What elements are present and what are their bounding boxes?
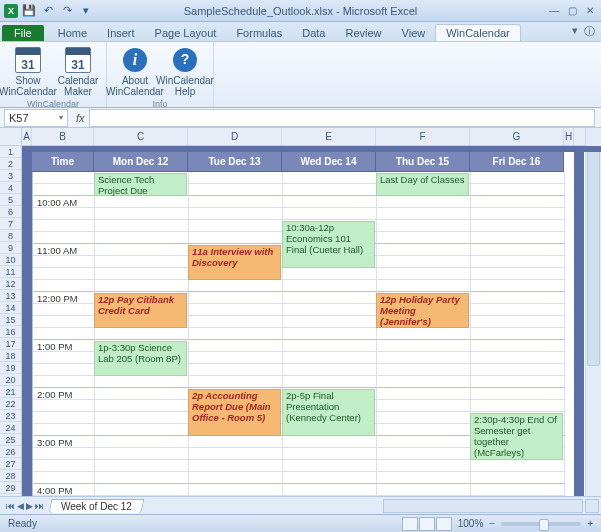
row-header[interactable]: 20 bbox=[0, 374, 21, 386]
title-bar: X 💾 ↶ ↷ ▾ SampleSchedule_Outlook.xlsx - … bbox=[0, 0, 601, 22]
row-header[interactable]: 2 bbox=[0, 158, 21, 170]
row-header[interactable]: 3 bbox=[0, 170, 21, 182]
event-last-day[interactable]: Last Day of Classes bbox=[376, 173, 469, 196]
vertical-scrollbar[interactable] bbox=[585, 128, 601, 496]
tab-review[interactable]: Review bbox=[335, 25, 391, 41]
zoom-in-icon[interactable]: + bbox=[587, 518, 593, 529]
tab-insert[interactable]: Insert bbox=[97, 25, 145, 41]
ribbon-help-icon[interactable]: ⓘ bbox=[584, 24, 595, 39]
event-semester[interactable]: 2:30p-4:30p End Of Semester get together… bbox=[470, 413, 563, 460]
col-header-b[interactable]: B bbox=[32, 128, 94, 145]
excel-icon: X bbox=[4, 4, 18, 18]
row-header[interactable]: 12 bbox=[0, 278, 21, 290]
row-header[interactable]: 22 bbox=[0, 398, 21, 410]
tab-formulas[interactable]: Formulas bbox=[226, 25, 292, 41]
tab-page-layout[interactable]: Page Layout bbox=[145, 25, 227, 41]
formula-bar-row: K57 fx bbox=[0, 108, 601, 128]
calendar-icon: 31 bbox=[65, 47, 91, 73]
row-header[interactable]: 6 bbox=[0, 206, 21, 218]
row-header[interactable]: 1 bbox=[0, 146, 21, 158]
row-header[interactable]: 28 bbox=[0, 470, 21, 482]
event-interview[interactable]: 11a Interview with Discovery bbox=[188, 245, 281, 280]
row-header[interactable]: 26 bbox=[0, 446, 21, 458]
info-icon: i bbox=[123, 48, 147, 72]
event-science-tech[interactable]: Science Tech Project Due bbox=[94, 173, 187, 196]
show-wincalendar-button[interactable]: 31 Show WinCalendar bbox=[4, 44, 52, 99]
col-header-d[interactable]: D bbox=[188, 128, 282, 145]
grid-body[interactable]: Time Mon Dec 12 Tue Dec 13 Wed Dec 14 Th… bbox=[22, 146, 601, 496]
row-header[interactable]: 5 bbox=[0, 194, 21, 206]
row-header[interactable]: 13 bbox=[0, 290, 21, 302]
calendar-icon: 31 bbox=[15, 47, 41, 73]
file-tab[interactable]: File bbox=[2, 25, 44, 41]
close-icon[interactable]: ✕ bbox=[583, 5, 597, 17]
row-header[interactable]: 18 bbox=[0, 350, 21, 362]
row-header[interactable]: 23 bbox=[0, 410, 21, 422]
col-header-h[interactable]: H bbox=[564, 128, 574, 145]
redo-icon[interactable]: ↷ bbox=[59, 3, 75, 19]
tab-data[interactable]: Data bbox=[292, 25, 335, 41]
row-header[interactable]: 25 bbox=[0, 434, 21, 446]
tab-home[interactable]: Home bbox=[48, 25, 97, 41]
view-normal-button[interactable] bbox=[402, 517, 418, 531]
formula-bar[interactable] bbox=[89, 109, 595, 127]
save-icon[interactable]: 💾 bbox=[21, 3, 37, 19]
tab-nav-prev-icon[interactable]: ◀ bbox=[17, 501, 24, 511]
row-header[interactable]: 4 bbox=[0, 182, 21, 194]
view-page-break-button[interactable] bbox=[436, 517, 452, 531]
view-page-layout-button[interactable] bbox=[419, 517, 435, 531]
status-ready: Ready bbox=[8, 518, 37, 529]
scroll-corner bbox=[585, 499, 599, 513]
fx-icon[interactable]: fx bbox=[76, 112, 85, 124]
row-header[interactable]: 11 bbox=[0, 266, 21, 278]
row-header[interactable]: 29 bbox=[0, 482, 21, 494]
about-wincalendar-button[interactable]: i About WinCalendar bbox=[111, 44, 159, 99]
ribbon-minimize-icon[interactable]: ▾ bbox=[572, 24, 578, 39]
minimize-icon[interactable]: — bbox=[547, 5, 561, 17]
tab-wincalendar[interactable]: WinCalendar bbox=[435, 24, 521, 41]
qat-more-icon[interactable]: ▾ bbox=[78, 3, 94, 19]
col-header-a[interactable]: A bbox=[22, 128, 32, 145]
col-header-g[interactable]: G bbox=[470, 128, 564, 145]
row-header[interactable]: 15 bbox=[0, 314, 21, 326]
row-header[interactable]: 17 bbox=[0, 338, 21, 350]
row-header[interactable]: 27 bbox=[0, 458, 21, 470]
tab-nav-next-icon[interactable]: ▶ bbox=[26, 501, 33, 511]
zoom-slider[interactable] bbox=[501, 522, 581, 526]
name-box[interactable]: K57 bbox=[4, 109, 68, 127]
zoom-out-icon[interactable]: − bbox=[489, 518, 495, 529]
tab-view[interactable]: View bbox=[392, 25, 436, 41]
row-header[interactable]: 10 bbox=[0, 254, 21, 266]
row-header[interactable]: 24 bbox=[0, 422, 21, 434]
horizontal-scrollbar[interactable] bbox=[383, 499, 583, 513]
event-science-lab[interactable]: 1p-3:30p Science Lab 205 (Room 8P) bbox=[94, 341, 187, 376]
wincalendar-help-button[interactable]: ? WinCalendar Help bbox=[161, 44, 209, 99]
event-accounting[interactable]: 2p Accounting Report Due (Main Office - … bbox=[188, 389, 281, 436]
col-header-f[interactable]: F bbox=[376, 128, 470, 145]
tab-nav-first-icon[interactable]: ⏮ bbox=[6, 501, 15, 511]
event-economics[interactable]: 10:30a-12p Economics 101 Final (Cueter H… bbox=[282, 221, 375, 268]
header-fri: Fri Dec 16 bbox=[470, 152, 564, 172]
event-citibank[interactable]: 12p Pay Citibank Credit Card bbox=[94, 293, 187, 328]
event-final-presentation[interactable]: 2p-5p Final Presentation (Kennedy Center… bbox=[282, 389, 375, 436]
row-header[interactable]: 16 bbox=[0, 326, 21, 338]
col-header-c[interactable]: C bbox=[94, 128, 188, 145]
group-label-info: Info bbox=[111, 99, 209, 109]
row-header[interactable]: 19 bbox=[0, 362, 21, 374]
col-header-e[interactable]: E bbox=[282, 128, 376, 145]
row-header[interactable]: 9 bbox=[0, 242, 21, 254]
row-header[interactable]: 21 bbox=[0, 386, 21, 398]
select-all-corner[interactable] bbox=[0, 128, 21, 146]
row-header[interactable]: 14 bbox=[0, 302, 21, 314]
ribbon-group-wincalendar: 31 Show WinCalendar 31 Calendar Maker Wi… bbox=[0, 42, 107, 107]
calendar-maker-button[interactable]: 31 Calendar Maker bbox=[54, 44, 102, 99]
sheet-tab-week[interactable]: Week of Dec 12 bbox=[49, 499, 145, 513]
undo-icon[interactable]: ↶ bbox=[40, 3, 56, 19]
event-holiday[interactable]: 12p Holiday Party Meeting (Jennifer's) bbox=[376, 293, 469, 328]
row-header[interactable]: 7 bbox=[0, 218, 21, 230]
time-label: 2:00 PM bbox=[34, 389, 92, 402]
tab-nav-last-icon[interactable]: ⏭ bbox=[35, 501, 44, 511]
maximize-icon[interactable]: ▢ bbox=[565, 5, 579, 17]
row-header[interactable]: 8 bbox=[0, 230, 21, 242]
zoom-level[interactable]: 100% bbox=[458, 518, 484, 529]
